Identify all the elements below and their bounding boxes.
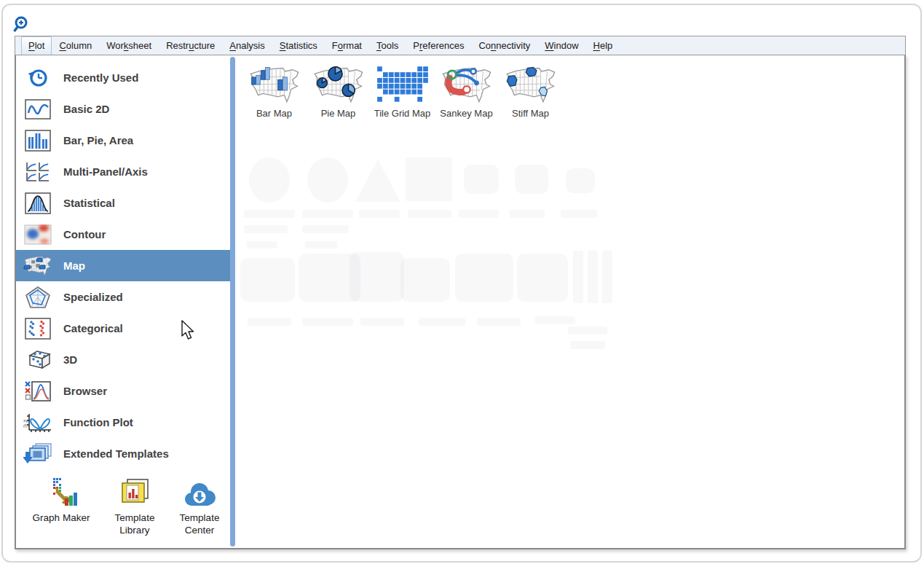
graph-maker-button[interactable]: Graph Maker — [25, 474, 98, 524]
bar-pie-area-icon — [22, 130, 54, 152]
gallery-item-bar-map[interactable]: Bar Map — [242, 63, 306, 120]
gallery-item-label: Bar Map — [256, 108, 292, 120]
menu-connectivity[interactable]: Connectivity — [471, 36, 537, 55]
basic-2d-icon — [22, 99, 54, 120]
recently-used-icon — [22, 68, 54, 88]
menu-preferences[interactable]: Preferences — [406, 36, 471, 55]
sidebar-item-statistical[interactable]: Statistical — [16, 187, 230, 219]
sidebar-item-function-plot[interactable]: xy (f) Function Plot — [16, 407, 230, 438]
mouse-cursor — [181, 320, 197, 342]
menu-plot[interactable]: Plot — [21, 36, 52, 55]
sidebar-item-label: Statistical — [63, 197, 115, 209]
menu-format[interactable]: Format — [325, 36, 369, 55]
sidebar-footer: Graph Maker Template Library — [25, 474, 227, 536]
menu-tools[interactable]: Tools — [369, 36, 406, 55]
zoom-in-icon — [12, 16, 29, 34]
map-gallery: Bar Map — [242, 63, 562, 120]
menu-column[interactable]: Column — [52, 36, 99, 55]
tile-grid-map-icon — [374, 63, 431, 106]
sidebar-item-label: Browser — [63, 385, 107, 397]
3d-icon — [22, 349, 54, 371]
svg-text:(f): (f) — [23, 423, 28, 428]
sidebar-item-3d[interactable]: 3D — [16, 344, 230, 375]
sidebar-item-label: Basic 2D — [63, 103, 109, 115]
map-gallery-area: Bar Map — [237, 55, 904, 548]
sidebar-item-label: Multi-Panel/Axis — [63, 165, 148, 178]
extended-templates-icon — [22, 442, 54, 466]
sidebar-item-label: Categorical — [63, 322, 123, 334]
sidebar-item-recently-used[interactable]: Recently Used — [16, 62, 230, 93]
gallery-item-label: Tile Grid Map — [374, 108, 431, 120]
sidebar-item-label: Bar, Pie, Area — [63, 134, 133, 146]
function-plot-icon: xy (f) — [22, 412, 54, 434]
map-icon — [22, 256, 54, 276]
menu-bar: Plot Column Worksheet Restructure Analys… — [15, 36, 906, 55]
stiff-map-icon — [502, 63, 559, 106]
sidebar-item-browser[interactable]: Browser — [16, 375, 230, 407]
gallery-item-stiff-map[interactable]: Stiff Map — [499, 63, 562, 120]
plot-menu-panel: Recently Used Basic 2D — [15, 55, 906, 549]
sidebar-item-basic-2d[interactable]: Basic 2D — [16, 93, 230, 125]
plot-category-sidebar: Recently Used Basic 2D — [16, 55, 230, 548]
multi-panel-axis-icon — [22, 161, 54, 183]
template-center-icon — [182, 474, 217, 509]
template-library-label: Template Library — [107, 512, 162, 536]
sidebar-item-map[interactable]: Map — [16, 250, 230, 281]
template-library-button[interactable]: Template Library — [107, 474, 162, 536]
menu-window[interactable]: Window — [537, 36, 585, 55]
menu-restructure[interactable]: Restructure — [159, 36, 222, 55]
browser-icon — [22, 380, 54, 402]
sidebar-item-label: Recently Used — [63, 71, 138, 84]
menu-help[interactable]: Help — [586, 36, 620, 55]
template-library-icon — [119, 474, 151, 509]
categorical-icon — [22, 318, 54, 340]
sidebar-item-label: Extended Templates — [63, 447, 169, 460]
gallery-item-label: Stiff Map — [512, 108, 549, 120]
template-center-label: Template Center — [172, 512, 227, 536]
gallery-item-label: Pie Map — [321, 108, 356, 120]
menu-worksheet[interactable]: Worksheet — [99, 36, 159, 55]
sidebar-item-contour[interactable]: Contour — [16, 219, 230, 250]
sidebar-item-label: Contour — [63, 228, 106, 240]
sidebar-item-categorical[interactable]: Categorical — [16, 313, 230, 344]
sidebar-item-multi-panel-axis[interactable]: Multi-Panel/Axis — [16, 156, 230, 187]
menu-analysis[interactable]: Analysis — [222, 36, 272, 55]
graph-maker-label: Graph Maker — [33, 512, 90, 524]
contour-icon — [22, 224, 54, 245]
template-center-button[interactable]: Template Center — [172, 474, 227, 536]
sidebar-item-label: Specialized — [63, 291, 123, 303]
bar-map-icon — [246, 63, 303, 106]
sidebar-item-label: Function Plot — [63, 416, 133, 428]
gallery-item-sankey-map[interactable]: Sankey Map — [435, 63, 498, 120]
gallery-item-tile-grid-map[interactable]: Tile Grid Map — [371, 63, 434, 120]
sidebar-item-specialized[interactable]: Specialized — [16, 281, 230, 313]
sidebar-item-label: 3D — [63, 353, 77, 366]
sidebar-item-extended-templates[interactable]: Extended Templates — [16, 438, 230, 469]
graph-maker-icon — [44, 474, 78, 509]
sidebar-scrollbar[interactable] — [230, 57, 235, 547]
sidebar-item-bar-pie-area[interactable]: Bar, Pie, Area — [16, 125, 230, 156]
gallery-item-pie-map[interactable]: Pie Map — [307, 63, 370, 120]
gallery-item-label: Sankey Map — [440, 108, 492, 120]
menu-statistics[interactable]: Statistics — [272, 36, 325, 55]
sankey-map-icon — [438, 63, 495, 106]
sidebar-item-label: Map — [63, 259, 85, 272]
ghost-watermark — [237, 55, 904, 548]
specialized-icon — [22, 286, 54, 309]
pie-map-icon — [310, 63, 367, 106]
statistical-icon — [22, 192, 54, 214]
